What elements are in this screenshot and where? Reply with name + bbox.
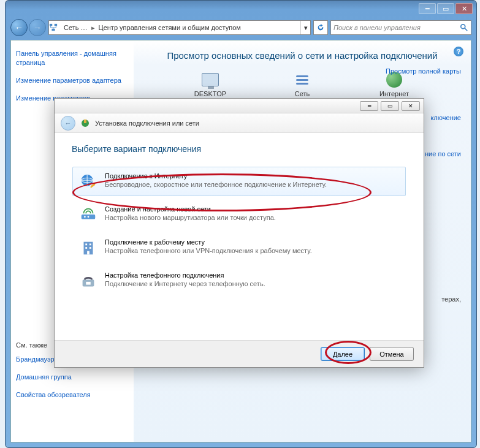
option-title: Настройка телефонного подключения: [105, 271, 399, 279]
nav-back-button[interactable]: ←: [10, 19, 28, 36]
network-icon: [49, 23, 61, 32]
bg-link-fragment-2: ние по сети: [425, 150, 461, 158]
monitor-icon: [202, 73, 219, 86]
connection-options: Подключение к Интернету Беспроводное, ск…: [72, 166, 406, 300]
network-lines-icon: [294, 73, 311, 86]
option-desc: Подключение к Интернету через телефонную…: [105, 280, 399, 287]
dialog-maximize-button[interactable]: ▭: [381, 101, 399, 111]
close-button[interactable]: ✕: [455, 3, 473, 14]
address-bar: ← → Сеть … ▸ Центр управления сетями и о…: [10, 18, 471, 37]
internet-connection-icon: [79, 172, 97, 191]
node-network: Сеть: [275, 69, 330, 97]
option-desc: Настройка нового маршрутизатора или точк…: [105, 214, 399, 221]
router-icon: [79, 205, 97, 224]
sidebar-link-home[interactable]: Панель управления - домашняя страница: [16, 49, 129, 67]
svg-rect-12: [85, 243, 87, 245]
help-icon[interactable]: ?: [454, 47, 463, 56]
dialog-footer: Далее Отмена: [55, 340, 424, 367]
see-also-homegroup[interactable]: Домашняя группа: [16, 373, 129, 382]
dialog-body: Выберите вариант подключения Подключение…: [55, 133, 424, 311]
connection-wizard-dialog: ━ ▭ ✕ ← Установка подключения или сети В…: [54, 98, 424, 368]
see-also-browser-props[interactable]: Свойства обозревателя: [16, 390, 129, 400]
refresh-button[interactable]: [313, 20, 328, 35]
phone-icon: [79, 271, 97, 290]
dialog-close-button[interactable]: ✕: [402, 101, 420, 111]
option-internet[interactable]: Подключение к Интернету Беспроводное, ск…: [72, 167, 406, 196]
breadcrumb-current[interactable]: Центр управления сетями и общим доступом: [96, 21, 243, 34]
nav-forward-button[interactable]: →: [29, 19, 46, 36]
svg-rect-0: [50, 24, 52, 26]
breadcrumb-root[interactable]: Сеть …: [61, 21, 90, 34]
breadcrumb-dropdown[interactable]: ▾: [300, 21, 310, 34]
chevron-right-icon: ▸: [90, 24, 96, 32]
bg-link-fragment-3: терах,: [441, 295, 461, 303]
search-placeholder: Поиск в панели управления: [333, 24, 460, 31]
bg-link-fragment-1: ключение: [430, 114, 461, 121]
svg-rect-13: [90, 243, 91, 245]
node-desktop: DESKTOP: [183, 69, 238, 97]
dialog-title-bar: ━ ▭ ✕: [55, 99, 424, 113]
svg-rect-1: [55, 24, 57, 26]
next-button[interactable]: Далее: [321, 347, 365, 361]
option-desc: Беспроводное, скоростное или телефонное …: [105, 181, 399, 188]
option-new-network[interactable]: Создание и настройка новой сети Настройк…: [72, 200, 406, 229]
dialog-header-label: Установка подключения или сети: [95, 120, 199, 127]
dialog-subtitle: Выберите вариант подключения: [72, 144, 406, 154]
option-desc: Настройка телефонного или VPN-подключени…: [105, 247, 399, 254]
page-title: Просмотр основных сведений о сети и наст…: [156, 50, 449, 61]
svg-point-3: [461, 25, 465, 29]
option-title: Создание и настройка новой сети: [105, 205, 399, 213]
full-map-link[interactable]: Просмотр полной карты: [386, 67, 461, 75]
svg-point-10: [88, 216, 90, 218]
option-title: Подключение к Интернету: [105, 172, 399, 180]
dialog-header: ← Установка подключения или сети: [55, 113, 424, 133]
svg-rect-18: [86, 282, 91, 285]
search-icon: [460, 23, 468, 32]
breadcrumb[interactable]: Сеть … ▸ Центр управления сетями и общим…: [48, 20, 311, 35]
dialog-back-button[interactable]: ←: [61, 116, 75, 131]
svg-rect-15: [90, 247, 91, 249]
svg-rect-2: [51, 29, 55, 31]
svg-rect-5: [84, 120, 86, 123]
sidebar-link-adapter[interactable]: Изменение параметров адаптера: [16, 76, 129, 85]
search-input[interactable]: Поиск в панели управления: [330, 20, 471, 35]
building-icon: [79, 238, 97, 257]
svg-rect-16: [87, 251, 90, 255]
option-title: Подключение к рабочему месту: [105, 238, 399, 246]
minimize-button[interactable]: ━: [419, 3, 436, 14]
maximize-button[interactable]: ▭: [437, 3, 454, 14]
option-workplace[interactable]: Подключение к рабочему месту Настройка т…: [72, 233, 406, 262]
title-bar: ━ ▭ ✕: [6, 1, 476, 17]
svg-point-9: [84, 216, 86, 218]
dialog-minimize-button[interactable]: ━: [360, 101, 378, 111]
wizard-icon: [80, 118, 90, 128]
cancel-button[interactable]: Отмена: [370, 347, 414, 361]
option-dialup[interactable]: Настройка телефонного подключения Подклю…: [72, 266, 406, 295]
svg-rect-14: [85, 247, 87, 249]
